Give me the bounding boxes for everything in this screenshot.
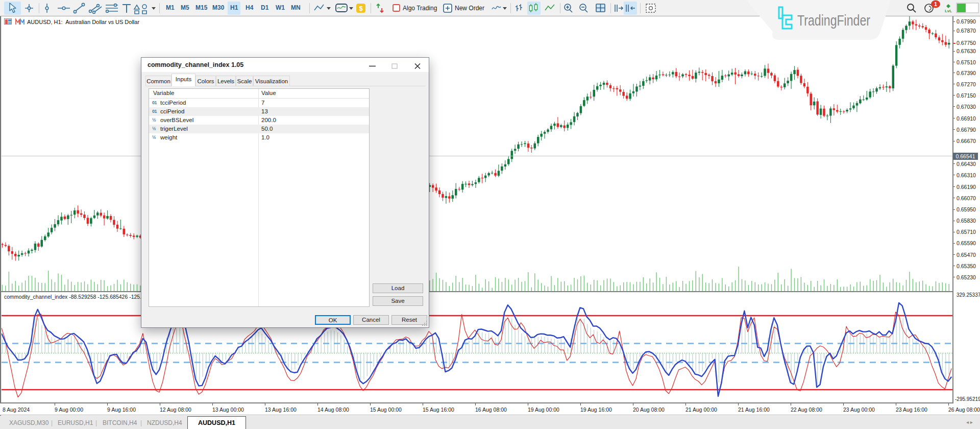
svg-text:LvL: LvL [945, 9, 952, 13]
svg-text:1: 1 [934, 1, 937, 7]
svg-text:$: $ [359, 5, 363, 12]
